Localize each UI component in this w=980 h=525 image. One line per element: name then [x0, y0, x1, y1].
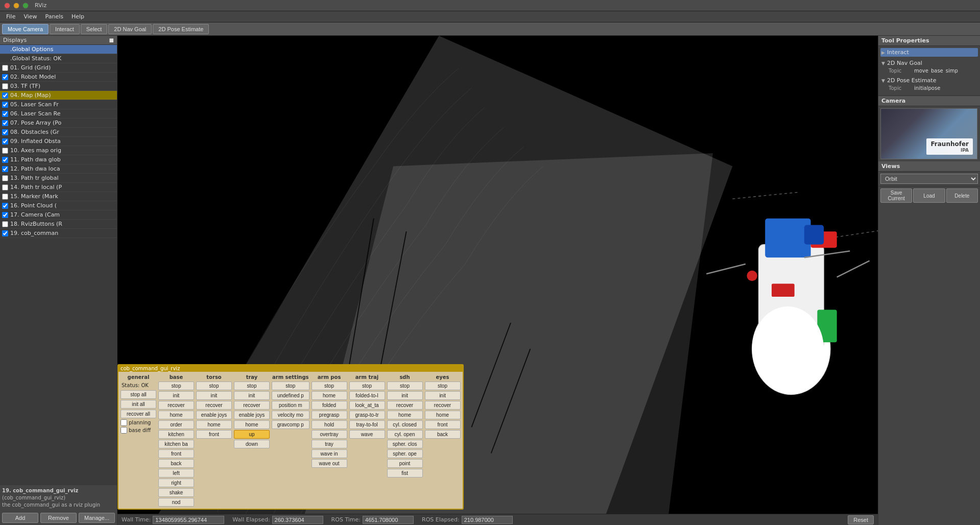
- arm-traj-tray-btn[interactable]: tray-to-fol: [349, 420, 385, 429]
- display-checkbox-13[interactable]: [2, 166, 8, 172]
- arm-pos-stop-btn[interactable]: stop: [312, 381, 347, 390]
- tray-enable-joys-btn[interactable]: enable joys: [234, 411, 270, 419]
- torso-stop-btn[interactable]: stop: [196, 381, 232, 390]
- base-home-btn[interactable]: home: [158, 411, 194, 419]
- save-current-btn[interactable]: Save Current: [880, 188, 912, 203]
- torso-home-btn[interactable]: home: [196, 420, 232, 429]
- sdh-cyl-closed-btn[interactable]: cyl. closed: [387, 420, 423, 429]
- pose-estimate-tool[interactable]: ▼ 2D Pose Estimate Topic initialpose: [880, 76, 978, 91]
- sdh-point-btn[interactable]: point: [387, 459, 423, 468]
- display-item-11[interactable]: 10. Axes map orig: [0, 146, 117, 155]
- display-item-8[interactable]: 07. Pose Array (Po: [0, 118, 117, 128]
- torso-recover-btn[interactable]: recover: [196, 401, 232, 410]
- display-item-15[interactable]: 14. Path tr local (P: [0, 183, 117, 192]
- eyes-back-btn[interactable]: back: [425, 430, 461, 439]
- rviz-viewport[interactable]: cob_command_gui_rviz general Status: OK …: [117, 36, 878, 525]
- stop-all-btn[interactable]: stop all: [121, 390, 156, 399]
- toolbar-2d-pose-estimate[interactable]: 2D Pose Estimate: [153, 24, 209, 34]
- menu-view[interactable]: View: [19, 12, 41, 21]
- tray-init-btn[interactable]: init: [234, 391, 270, 400]
- sdh-fist-btn[interactable]: fist: [387, 469, 423, 478]
- arm-pos-pregrasp-btn[interactable]: pregrasp: [312, 411, 347, 419]
- toolbar-2d-nav-goal[interactable]: 2D Nav Goal: [108, 24, 152, 34]
- eyes-stop-btn[interactable]: stop: [425, 381, 461, 390]
- display-item-6[interactable]: 05. Laser Scan Fr: [0, 100, 117, 109]
- display-checkbox-8[interactable]: [2, 120, 8, 126]
- display-item-10[interactable]: 09. Inflated Obsta: [0, 137, 117, 146]
- arm-traj-folded-btn[interactable]: folded-to-l: [349, 391, 385, 400]
- interact-tool[interactable]: ▶ Interact: [880, 48, 978, 57]
- display-checkbox-11[interactable]: [2, 148, 8, 154]
- arm-settings-stop-btn[interactable]: stop: [272, 381, 309, 390]
- eyes-front-btn[interactable]: front: [425, 420, 461, 429]
- display-checkbox-2[interactable]: [2, 65, 8, 71]
- arm-settings-undefined-btn[interactable]: undefined p: [272, 391, 309, 400]
- display-checkbox-7[interactable]: [2, 111, 8, 117]
- toolbar-move-camera[interactable]: Move Camera: [2, 24, 49, 34]
- close-btn[interactable]: [4, 3, 10, 9]
- base-left-btn[interactable]: left: [158, 469, 194, 478]
- arm-traj-wave-btn[interactable]: wave: [349, 430, 385, 439]
- arm-traj-look-btn[interactable]: look_at_ta: [349, 401, 385, 410]
- sdh-stop-btn[interactable]: stop: [387, 381, 423, 390]
- display-checkbox-16[interactable]: [2, 194, 8, 200]
- tray-stop-btn[interactable]: stop: [234, 381, 270, 390]
- reset-button[interactable]: Reset: [848, 515, 874, 524]
- add-button[interactable]: Add: [2, 513, 38, 523]
- display-item-5[interactable]: 04. Map (Map): [0, 91, 117, 100]
- arm-settings-velocity-btn[interactable]: velocity mo: [272, 411, 309, 419]
- toolbar-select[interactable]: Select: [81, 24, 108, 34]
- display-checkbox-18[interactable]: [2, 212, 8, 218]
- display-item-13[interactable]: 12. Path dwa loca: [0, 164, 117, 174]
- base-recover-btn[interactable]: recover: [158, 401, 194, 410]
- arm-pos-wave-out-btn[interactable]: wave out: [312, 459, 347, 468]
- display-item-16[interactable]: 15. Marker (Mark: [0, 192, 117, 201]
- sdh-spher-clos-btn[interactable]: spher. clos: [387, 440, 423, 448]
- sdh-home-btn[interactable]: home: [387, 411, 423, 419]
- arm-pos-overtray-btn[interactable]: overtray: [312, 430, 347, 439]
- base-stop-btn[interactable]: stop: [158, 381, 194, 390]
- base-init-btn[interactable]: init: [158, 391, 194, 400]
- torso-init-btn[interactable]: init: [196, 391, 232, 400]
- arm-pos-home-btn[interactable]: home: [312, 391, 347, 400]
- eyes-home-btn[interactable]: home: [425, 411, 461, 419]
- base-kitchen-back-btn[interactable]: kitchen ba: [158, 440, 194, 448]
- minimize-btn[interactable]: [13, 3, 19, 9]
- arm-pos-folded-btn[interactable]: folded: [312, 401, 347, 410]
- display-item-18[interactable]: 17. Camera (Cam: [0, 210, 117, 220]
- menu-panels[interactable]: Panels: [41, 12, 67, 21]
- menu-help[interactable]: Help: [67, 12, 88, 21]
- display-item-1[interactable]: .Global Status: OK: [0, 54, 117, 63]
- wall-time-input[interactable]: [153, 516, 224, 524]
- base-shake-btn[interactable]: shake: [158, 488, 194, 497]
- display-item-14[interactable]: 13. Path tr global: [0, 174, 117, 183]
- eyes-init-btn[interactable]: init: [425, 391, 461, 400]
- arm-traj-grasp-btn[interactable]: grasp-to-tr: [349, 411, 385, 419]
- display-checkbox-14[interactable]: [2, 175, 8, 181]
- tray-recover-btn[interactable]: recover: [234, 401, 270, 410]
- display-checkbox-10[interactable]: [2, 138, 8, 145]
- display-checkbox-6[interactable]: [2, 102, 8, 108]
- ros-elapsed-input[interactable]: [462, 516, 513, 524]
- display-checkbox-19[interactable]: [2, 221, 8, 227]
- delete-btn[interactable]: Delete: [946, 188, 978, 203]
- tray-down-btn[interactable]: down: [234, 440, 270, 448]
- tray-up-btn[interactable]: up: [234, 430, 270, 439]
- display-checkbox-9[interactable]: [2, 129, 8, 135]
- manage-button[interactable]: Manage...: [79, 513, 115, 523]
- base-order-btn[interactable]: order: [158, 420, 194, 429]
- recover-all-btn[interactable]: recover all: [121, 410, 156, 418]
- base-back-btn[interactable]: back: [158, 459, 194, 468]
- display-item-0[interactable]: .Global Options: [0, 45, 117, 54]
- display-checkbox-4[interactable]: [2, 83, 8, 89]
- display-checkbox-15[interactable]: [2, 184, 8, 190]
- display-item-7[interactable]: 06. Laser Scan Re: [0, 109, 117, 118]
- collapse-icon[interactable]: ■: [109, 37, 114, 43]
- base-nod-btn[interactable]: nod: [158, 498, 194, 507]
- menu-file[interactable]: File: [2, 12, 19, 21]
- arm-traj-stop-btn[interactable]: stop: [349, 381, 385, 390]
- display-item-12[interactable]: 11. Path dwa glob: [0, 155, 117, 164]
- arm-pos-wave-in-btn[interactable]: wave in: [312, 449, 347, 458]
- arm-pos-tray-btn[interactable]: tray: [312, 440, 347, 448]
- eyes-recover-btn[interactable]: recover: [425, 401, 461, 410]
